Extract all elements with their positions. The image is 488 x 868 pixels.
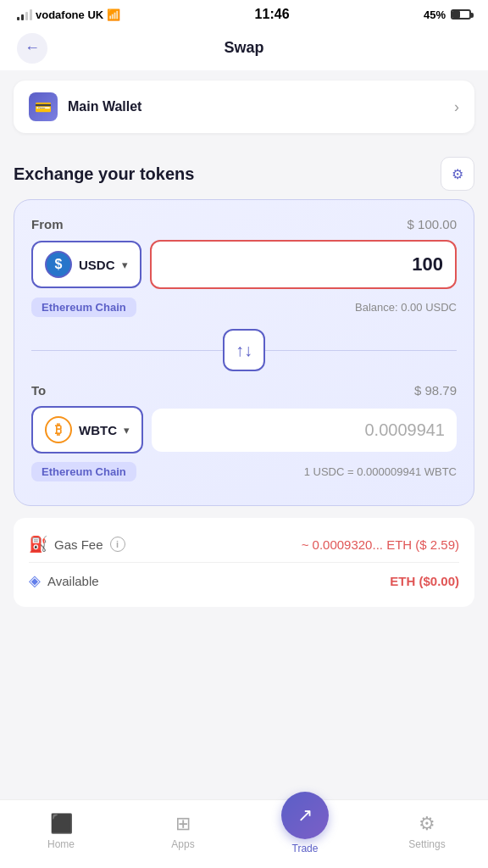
from-token-selector[interactable]: $ USDC ▾ (31, 241, 141, 288)
status-right: 45% (424, 8, 471, 21)
filter-icon: ⚙ (452, 166, 463, 182)
apps-icon: ⊞ (175, 813, 191, 835)
exchange-rate: 1 USDC = 0.000009941 WBTC (304, 465, 457, 478)
nav-settings-label: Settings (408, 838, 445, 850)
wallet-selector[interactable]: 💳 Main Wallet › (14, 81, 474, 133)
from-token-name: USDC (79, 258, 115, 272)
carrier-label: vodafone UK (36, 8, 103, 21)
to-input-row: ₿ WBTC ▾ 0.0009941 (31, 406, 457, 453)
wallet-name: Main Wallet (68, 99, 141, 114)
wallet-chevron-icon: › (454, 98, 459, 116)
nav-apps[interactable]: ⊞ Apps (122, 813, 244, 850)
status-bar: vodafone UK 📶 11:46 45% (0, 0, 488, 25)
eth-icon: ◈ (29, 571, 41, 590)
nav-home[interactable]: ⬛ Home (0, 813, 122, 850)
available-label: Available (47, 574, 99, 588)
filter-button[interactable]: ⚙ (441, 157, 474, 191)
to-usd-amount: $ 98.79 (414, 383, 457, 398)
from-amount-input[interactable] (150, 240, 457, 289)
battery-icon (451, 9, 471, 19)
swap-arrows-icon: ↑↓ (236, 341, 252, 360)
to-chain-badge: Ethereum Chain (31, 462, 136, 481)
trade-icon: ↗ (297, 804, 313, 826)
signal-icon (17, 8, 32, 20)
home-icon: ⬛ (50, 813, 73, 835)
page-title: Swap (224, 39, 263, 57)
from-label: From (31, 217, 64, 231)
status-left: vodafone UK 📶 (17, 8, 120, 21)
to-token-chevron-icon: ▾ (124, 424, 130, 437)
swap-divider: ↑↓ (31, 329, 457, 371)
from-chain-badge: Ethereum Chain (31, 298, 136, 317)
info-section: ⛽ Gas Fee i ~ 0.0009320... ETH ($ 2.59) … (14, 518, 474, 607)
exchange-title: Exchange your tokens (14, 164, 194, 184)
nav-trade-label: Trade (292, 843, 319, 854)
swap-direction-button[interactable]: ↑↓ (223, 329, 265, 371)
to-label: To (31, 383, 46, 398)
wifi-icon: 📶 (107, 8, 120, 21)
available-row: ◈ Available ETH ($0.00) (29, 566, 459, 595)
wallet-icon: 💳 (29, 92, 58, 121)
gas-pump-icon: ⛽ (29, 535, 47, 554)
from-usd-amount: $ 100.00 (408, 217, 457, 231)
from-balance: Balance: 0.00 USDC (355, 301, 457, 314)
from-section: From $ 100.00 $ USDC ▾ Ethereum Chain Ba… (31, 217, 457, 317)
time-display: 11:46 (255, 7, 290, 22)
battery-percent: 45% (424, 8, 446, 21)
nav-home-label: Home (47, 838, 75, 850)
to-token-name: WBTC (79, 423, 117, 437)
usdc-icon: $ (45, 251, 72, 278)
available-value: ETH ($0.00) (390, 574, 459, 588)
to-amount-display: 0.0009941 (152, 409, 457, 452)
from-input-row: $ USDC ▾ (31, 240, 457, 289)
from-token-chevron-icon: ▾ (122, 259, 128, 271)
gas-fee-row: ⛽ Gas Fee i ~ 0.0009320... ETH ($ 2.59) (29, 530, 459, 559)
nav-trade[interactable]: ↗ Trade (244, 809, 366, 854)
gas-fee-value: ~ 0.0009320... ETH ($ 2.59) (302, 537, 459, 552)
back-button[interactable]: ← (17, 33, 47, 64)
nav-apps-label: Apps (171, 838, 194, 850)
bottom-nav: ⬛ Home ⊞ Apps ↗ Trade ⚙ Settings (0, 799, 488, 868)
settings-icon: ⚙ (419, 813, 435, 835)
to-token-selector[interactable]: ₿ WBTC ▾ (31, 406, 143, 453)
info-divider (29, 562, 459, 563)
to-section: To $ 98.79 ₿ WBTC ▾ 0.0009941 Ethereum C… (31, 383, 457, 481)
nav-settings[interactable]: ⚙ Settings (366, 813, 488, 850)
exchange-header: Exchange your tokens ⚙ (0, 143, 488, 199)
gas-info-icon[interactable]: i (110, 537, 125, 552)
back-arrow-icon: ← (25, 39, 40, 57)
header: ← Swap (0, 25, 488, 70)
gas-fee-label: Gas Fee (54, 537, 103, 552)
swap-card: From $ 100.00 $ USDC ▾ Ethereum Chain Ba… (14, 199, 474, 506)
trade-button[interactable]: ↗ (281, 792, 329, 839)
wbtc-icon: ₿ (45, 416, 72, 443)
